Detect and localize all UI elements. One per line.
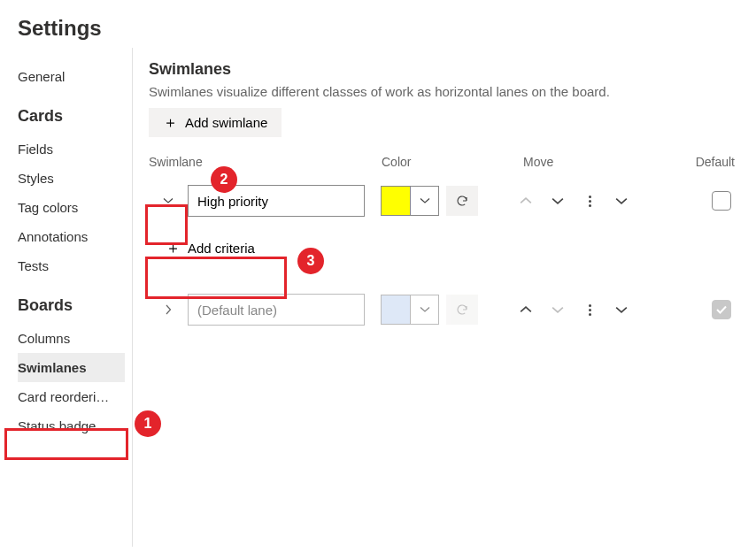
color-swatch[interactable]	[381, 186, 411, 216]
add-criteria-label: Add criteria	[188, 241, 255, 256]
default-checkbox[interactable]	[712, 191, 731, 211]
color-dropdown[interactable]	[411, 295, 439, 325]
check-icon	[715, 303, 728, 316]
sidebar-item-fields[interactable]: Fields	[18, 134, 125, 164]
sidebar-item-styles[interactable]: Styles	[18, 164, 125, 193]
sidebar-item-tag-colors[interactable]: Tag colors	[18, 193, 125, 222]
refresh-icon	[455, 194, 469, 208]
sidebar-item-annotations[interactable]: Annotations	[18, 222, 125, 251]
header-color: Color	[382, 155, 523, 169]
more-dropdown-button[interactable]	[609, 297, 634, 322]
expand-button[interactable]	[149, 185, 188, 217]
move-down-button[interactable]	[545, 297, 570, 322]
more-options-button[interactable]	[577, 188, 602, 213]
page-title: Settings	[0, 0, 756, 48]
plus-icon: ＋	[163, 115, 178, 130]
chevron-down-icon	[615, 303, 628, 316]
move-up-button[interactable]	[513, 188, 538, 213]
refresh-icon	[455, 303, 469, 317]
header-default: Default	[687, 155, 738, 169]
header-swimlane: Swimlane	[149, 155, 382, 169]
ellipsis-icon	[589, 304, 591, 316]
ellipsis-icon	[589, 196, 591, 207]
more-dropdown-button[interactable]	[609, 188, 634, 213]
color-dropdown[interactable]	[411, 186, 439, 216]
header-move: Move	[523, 155, 687, 169]
chevron-down-icon	[163, 196, 174, 206]
chevron-down-icon	[552, 303, 564, 316]
sidebar-item-card-reordering[interactable]: Card reorderi…	[18, 382, 125, 411]
chevron-down-icon	[420, 304, 430, 315]
swimlane-name-input[interactable]	[188, 185, 365, 217]
reset-color-button	[446, 295, 478, 325]
add-swimlane-button[interactable]: ＋ Add swimlane	[149, 108, 282, 137]
move-down-button[interactable]	[545, 188, 570, 213]
columns-header: Swimlane Color Move Default	[149, 155, 738, 169]
chevron-down-icon	[615, 195, 628, 207]
more-options-button[interactable]	[577, 297, 602, 322]
settings-sidebar: General Cards Fields Styles Tag colors A…	[0, 48, 133, 547]
sidebar-item-general[interactable]: General	[18, 62, 125, 91]
expand-button[interactable]	[149, 294, 188, 326]
sidebar-item-tests[interactable]: Tests	[18, 251, 125, 280]
reset-color-button[interactable]	[446, 186, 478, 216]
chevron-down-icon	[552, 195, 564, 207]
sidebar-group-boards: Boards	[18, 296, 125, 315]
add-criteria-button[interactable]: ＋ Add criteria	[149, 233, 272, 264]
swimlane-row	[149, 185, 738, 217]
move-up-button[interactable]	[513, 297, 538, 322]
default-checkbox[interactable]	[712, 300, 731, 319]
plus-icon: ＋	[166, 241, 181, 256]
chevron-up-icon	[520, 303, 532, 316]
main-panel: Swimlanes Swimlanes visualize different …	[133, 48, 756, 547]
color-swatch[interactable]	[381, 295, 411, 325]
chevron-down-icon	[420, 196, 430, 206]
swimlane-row	[149, 294, 738, 326]
sidebar-item-columns[interactable]: Columns	[18, 324, 125, 353]
section-desc: Swimlanes visualize different classes of…	[149, 84, 738, 99]
sidebar-item-status-badge[interactable]: Status badge	[18, 411, 125, 441]
add-swimlane-label: Add swimlane	[185, 115, 267, 130]
section-title: Swimlanes	[149, 60, 738, 79]
sidebar-item-swimlanes[interactable]: Swimlanes	[18, 353, 125, 382]
chevron-up-icon	[520, 195, 532, 207]
chevron-right-icon	[163, 304, 174, 315]
swimlane-name-input[interactable]	[188, 294, 365, 326]
sidebar-group-cards: Cards	[18, 107, 125, 126]
